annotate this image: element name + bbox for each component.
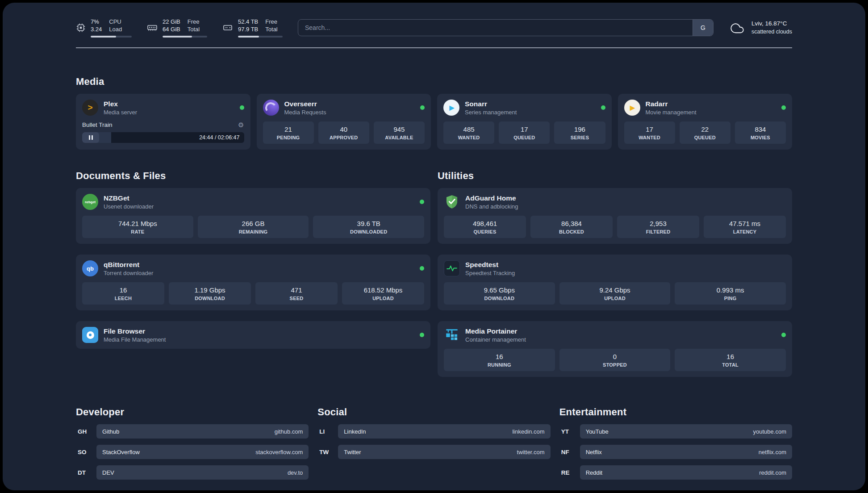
portainer-header: Media Portainer Container management [444, 327, 786, 343]
gear-icon[interactable]: ⚙ [238, 121, 244, 128]
stat-value: 744.21 Mbps [84, 220, 192, 227]
plex-playback-time: 24:44 / 02:06:47 [199, 134, 239, 141]
stat-tile: 16 LEECH [82, 282, 164, 305]
linkedin-abbr: LI [317, 428, 338, 435]
stat-label: PENDING [265, 135, 312, 140]
nzbget-icon: nzbget [82, 194, 98, 210]
stat-tile: 17 QUEUED [499, 121, 550, 144]
stat-tile: 86,384 BLOCKED [530, 216, 613, 238]
social-section-title: Social [317, 406, 550, 418]
stat-value: 1.19 Gbps [171, 286, 249, 294]
cloud-icon [729, 21, 746, 34]
stat-label: LEECH [84, 296, 163, 301]
pause-button[interactable] [82, 132, 99, 143]
overseerr-icon [263, 100, 279, 116]
radarr-status-dot [781, 105, 786, 110]
stat-value: 17 [501, 125, 548, 133]
link-youtube[interactable]: YT YouTube youtube.com [559, 424, 792, 439]
nzbget-desc: Usenet downloader [104, 203, 154, 210]
plex-progress-track: 24:44 / 02:06:47 [82, 132, 244, 143]
card-plex[interactable]: > Plex Media server Bullet Train ⚙ 24:44… [76, 94, 250, 150]
plex-header: > Plex Media server [82, 100, 244, 116]
stat-value: 86,384 [532, 220, 611, 227]
stat-value: 9.65 Gbps [446, 286, 553, 294]
stat-tile: 9.65 Gbps DOWNLOAD [444, 282, 555, 305]
media-section-title: Media [76, 76, 792, 88]
portainer-crane-icon [444, 327, 460, 343]
stat-label: TOTAL [676, 362, 784, 368]
link-stackoverflow[interactable]: SO StackOverflow stackoverflow.com [76, 445, 309, 459]
stat-value: 39.6 TB [315, 220, 422, 227]
ram-label-2: Total [188, 25, 200, 33]
link-linkedin[interactable]: LI LinkedIn linkedin.com [317, 424, 550, 439]
sonarr-icon: ▶ [443, 100, 459, 116]
stat-tile: 0 STOPPED [559, 349, 671, 371]
topbar-divider [76, 47, 792, 48]
card-nzbget[interactable]: nzbget NZBGet Usenet downloader 744.21 M… [76, 188, 430, 244]
stat-value: 16 [676, 353, 784, 360]
stat-value: 21 [265, 125, 312, 133]
disk-icon [222, 22, 233, 33]
card-sonarr[interactable]: ▶ Sonarr Series management 485 WANTED 17… [437, 94, 612, 150]
card-portainer[interactable]: Media Portainer Container management 16 … [438, 321, 792, 377]
link-pill: YouTube youtube.com [580, 424, 792, 439]
ram-metric: 22 GiB 64 GiB Free Total [147, 18, 207, 38]
stat-label: PING [676, 296, 784, 301]
overseerr-status-dot [420, 105, 425, 110]
search-bar: G [298, 19, 714, 36]
card-adguard[interactable]: AdGuard Home DNS and adblocking 498,461 … [438, 188, 792, 244]
card-speedtest[interactable]: Speedtest Speedtest Tracking 9.65 Gbps D… [438, 255, 792, 310]
card-radarr[interactable]: ▶ Radarr Movie management 17 WANTED 22 Q… [618, 94, 793, 150]
stat-label: UPLOAD [561, 296, 669, 301]
speedtest-name: Speedtest [465, 260, 515, 269]
card-qbittorrent[interactable]: qb qBittorrent Torrent downloader 16 LEE… [76, 255, 430, 310]
search-engine-button[interactable]: G [693, 20, 713, 36]
adguard-shield-icon [444, 194, 460, 210]
filebrowser-header: File Browser Media File Management [82, 327, 424, 343]
ram-values: 22 GiB 64 GiB [163, 18, 180, 33]
plex-desc: Media server [104, 109, 137, 116]
link-dev[interactable]: DT DEV dev.to [76, 465, 309, 480]
link-pill: Twitter twitter.com [338, 445, 550, 459]
overseerr-header: Overseerr Media Requests [263, 100, 425, 116]
link-pill: LinkedIn linkedin.com [338, 424, 550, 439]
plex-icon: > [82, 100, 98, 116]
twitter-abbr: TW [317, 449, 338, 455]
search-input[interactable] [298, 20, 693, 36]
plex-now-playing: Bullet Train [82, 121, 113, 128]
nzbget-status-dot [420, 200, 424, 204]
stat-tile: 945 AVAILABLE [374, 121, 425, 144]
link-name: Twitter [344, 449, 361, 455]
stat-label: FILTERED [619, 229, 697, 234]
stat-label: APPROVED [320, 135, 367, 140]
stat-label: STOPPED [561, 362, 669, 368]
card-overseerr[interactable]: Overseerr Media Requests 21 PENDING 40 A… [257, 94, 431, 150]
stat-label: RATE [84, 229, 192, 234]
link-name: Reddit [586, 469, 603, 476]
stat-value: 945 [376, 125, 423, 133]
stat-tile: 17 WANTED [624, 121, 675, 144]
stat-value: 196 [556, 125, 603, 133]
disk-values: 52.4 TB 97.9 TB [238, 18, 258, 33]
stat-value: 498,461 [446, 220, 524, 227]
section-utilities: Utilities AdGuard Home [438, 170, 792, 377]
section-social: Social LI LinkedIn linkedin.com TW Twitt… [317, 406, 550, 480]
filebrowser-status-dot [420, 333, 424, 337]
cpu-label-2: Load [109, 25, 122, 33]
filebrowser-icon [82, 327, 98, 343]
link-twitter[interactable]: TW Twitter twitter.com [317, 445, 550, 459]
qbittorrent-icon: qb [82, 260, 98, 276]
ram-label-1: Free [188, 18, 200, 25]
link-github[interactable]: GH Github github.com [76, 424, 309, 439]
stat-value: 40 [320, 125, 367, 133]
qbittorrent-name: qBittorrent [104, 260, 153, 269]
link-reddit[interactable]: RE Reddit reddit.com [559, 465, 792, 480]
weather-location-temp: Lviv, 16.87°C [751, 20, 792, 28]
section-entertainment: Entertainment YT YouTube youtube.com NF … [559, 406, 792, 480]
nzbget-name: NZBGet [104, 194, 154, 202]
stat-label: UPLOAD [344, 296, 422, 301]
stat-value: 485 [445, 125, 492, 133]
card-filebrowser[interactable]: File Browser Media File Management [76, 321, 430, 349]
link-netflix[interactable]: NF Netflix netflix.com [559, 445, 792, 459]
weather-widget: Lviv, 16.87°C scattered clouds [729, 20, 792, 36]
